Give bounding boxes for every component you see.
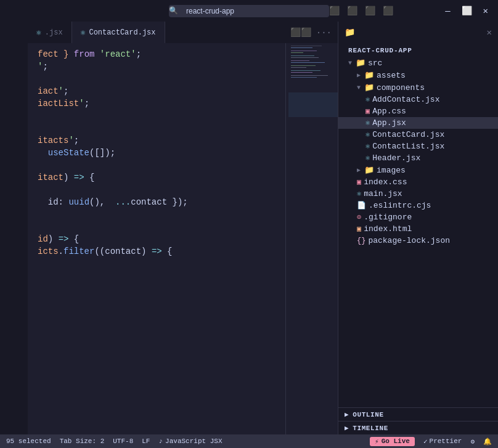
indexcss-icon: ▣ bbox=[357, 177, 361, 187]
tree-item-appjsx[interactable]: ⚛ App.jsx bbox=[338, 117, 498, 129]
tree-item-assets[interactable]: ▶ 📁 assets bbox=[338, 69, 498, 81]
tree-item-header[interactable]: ⚛ Header.jsx bbox=[338, 152, 498, 164]
tab-contactcard[interactable]: ⚛ ContactCard.jsx bbox=[72, 22, 165, 43]
tree-item-mainjsx[interactable]: ⚛ main.jsx bbox=[338, 188, 498, 200]
minimap-content bbox=[288, 43, 338, 117]
split-view-button[interactable]: ⬛⬛ bbox=[290, 27, 311, 38]
code-line-13: id: uuid(), ...contact }); bbox=[28, 196, 338, 208]
svg-rect-12 bbox=[291, 72, 312, 73]
svg-rect-13 bbox=[291, 75, 328, 76]
timeline-section-header[interactable]: ▶ TIMELINE bbox=[338, 421, 498, 434]
appjsx-jsx-icon: ⚛ bbox=[365, 118, 370, 128]
contactcard-label: ContactCard.jsx bbox=[372, 130, 444, 139]
indexhtml-label: index.html bbox=[364, 224, 412, 234]
outline-section-header[interactable]: ▶ OUTLINE bbox=[338, 407, 498, 421]
components-chevron: ▼ bbox=[357, 84, 361, 91]
sidebar-title: REACT-CRUD-APP bbox=[338, 43, 498, 57]
svg-rect-7 bbox=[291, 60, 309, 61]
header-jsx-icon: ⚛ bbox=[365, 153, 370, 163]
svg-rect-2 bbox=[291, 47, 312, 48]
tree-item-eslint[interactable]: 📄 .eslintrc.cjs bbox=[338, 200, 498, 211]
activity-bar bbox=[0, 22, 28, 434]
indexcss-label: index.css bbox=[364, 177, 407, 187]
go-live-icon: ⚡ bbox=[375, 438, 379, 446]
language-icon: ♪ bbox=[158, 438, 163, 445]
svg-rect-4 bbox=[291, 52, 303, 53]
assets-folder-icon: 📁 bbox=[364, 70, 374, 80]
tree-item-contactlist[interactable]: ⚛ ContactList.jsx bbox=[338, 141, 498, 152]
code-line-17: icts.filter((contact) => { bbox=[28, 245, 338, 258]
header-label: Header.jsx bbox=[372, 153, 420, 163]
sidebar-header: 📁 ✕ bbox=[338, 22, 498, 43]
more-actions-button[interactable]: ··· bbox=[316, 28, 332, 38]
contactcard-jsx-icon: ⚛ bbox=[365, 130, 370, 139]
eslint-icon: 📄 bbox=[357, 201, 366, 210]
svg-rect-8 bbox=[291, 62, 325, 63]
layout-icon-2[interactable]: ⬛ bbox=[347, 6, 357, 16]
restore-button[interactable]: ⬜ bbox=[457, 3, 477, 18]
minimize-button[interactable]: — bbox=[440, 4, 455, 18]
tree-item-packagelock[interactable]: {} package-lock.json bbox=[338, 235, 498, 246]
svg-rect-1 bbox=[291, 46, 322, 46]
images-chevron: ▶ bbox=[357, 166, 361, 174]
tab-contactcard-icon: ⚛ bbox=[81, 28, 86, 38]
assets-label: assets bbox=[377, 71, 406, 80]
code-line-empty-4 bbox=[28, 159, 338, 171]
components-folder-icon: 📁 bbox=[364, 83, 374, 92]
outline-chevron: ▶ bbox=[345, 410, 349, 418]
scroll-divider bbox=[285, 43, 286, 434]
title-bar: 🔍 ⬛ ⬛ ⬛ ⬛ — ⬜ ✕ bbox=[0, 0, 498, 22]
tree-item-gitignore[interactable]: ⊙ .gitignore bbox=[338, 211, 498, 223]
tree-item-addcontact[interactable]: ⚛ AddContact.jsx bbox=[338, 94, 498, 105]
status-selected: 95 selected bbox=[6, 438, 51, 445]
svg-rect-10 bbox=[291, 67, 306, 68]
mainjsx-jsx-icon: ⚛ bbox=[357, 189, 361, 198]
appcss-label: App.css bbox=[372, 107, 406, 116]
tree-item-components[interactable]: ▼ 📁 components bbox=[338, 81, 498, 94]
tree-item-appcss[interactable]: ▣ App.css bbox=[338, 105, 498, 117]
tree-item-src[interactable]: ▼ 📁 src bbox=[338, 57, 498, 69]
status-right: ⚡ Go Live ✓ Prettier ⚙ 🔔 bbox=[370, 437, 492, 446]
settings-button[interactable]: ⚙ bbox=[470, 437, 475, 446]
code-line-11: itact) => { bbox=[28, 171, 338, 184]
src-label: src bbox=[368, 59, 382, 68]
images-label: images bbox=[377, 166, 406, 175]
prettier-button[interactable]: ✓ Prettier bbox=[423, 437, 462, 446]
go-live-text: Go Live bbox=[382, 438, 410, 445]
tree-item-contactcard[interactable]: ⚛ ContactCard.jsx bbox=[338, 129, 498, 141]
addcontact-jsx-icon: ⚛ bbox=[365, 95, 370, 104]
code-editor[interactable]: fect } from 'react'; '; iact'; iactList'… bbox=[28, 43, 338, 434]
go-live-button[interactable]: ⚡ Go Live bbox=[370, 437, 415, 446]
language-text: JavaScript JSX bbox=[165, 438, 222, 445]
bell-icon: 🔔 bbox=[483, 438, 492, 446]
bell-button[interactable]: 🔔 bbox=[483, 437, 492, 446]
minimap bbox=[288, 43, 338, 117]
status-line-ending[interactable]: LF bbox=[142, 438, 150, 445]
tree-item-indexcss[interactable]: ▣ index.css bbox=[338, 176, 498, 188]
svg-rect-3 bbox=[291, 51, 317, 51]
tree-item-indexhtml[interactable]: ▣ index.html bbox=[338, 223, 498, 235]
contactlist-label: ContactList.jsx bbox=[372, 142, 444, 151]
sidebar: 📁 ✕ REACT-CRUD-APP ▼ 📁 src ▶ 📁 assets ▼ … bbox=[338, 22, 498, 434]
gitignore-icon: ⊙ bbox=[357, 213, 361, 222]
layout-icon-3[interactable]: ⬛ bbox=[365, 6, 375, 16]
encoding-text: UTF-8 bbox=[113, 438, 133, 445]
status-language[interactable]: ♪ JavaScript JSX bbox=[158, 438, 222, 445]
line-ending-text: LF bbox=[142, 438, 150, 445]
src-folder-icon: 📁 bbox=[356, 58, 365, 68]
outline-label: OUTLINE bbox=[353, 411, 383, 418]
status-encoding[interactable]: UTF-8 bbox=[113, 438, 133, 445]
tab-jsx[interactable]: ⚛ .jsx bbox=[28, 22, 72, 43]
layout-icon-4[interactable]: ⬛ bbox=[383, 6, 393, 16]
split-editor-icon[interactable]: ⬛ bbox=[329, 6, 340, 16]
status-tabsize[interactable]: Tab Size: 2 bbox=[60, 438, 105, 445]
code-line-empty-7 bbox=[28, 221, 338, 233]
appcss-icon: ▣ bbox=[365, 107, 370, 116]
packagelock-icon: {} bbox=[357, 237, 365, 245]
prettier-text: Prettier bbox=[430, 438, 462, 445]
sidebar-close-button[interactable]: ✕ bbox=[487, 27, 492, 38]
search-input[interactable] bbox=[169, 5, 329, 17]
timeline-chevron: ▶ bbox=[345, 424, 349, 432]
close-button[interactable]: ✕ bbox=[478, 3, 493, 18]
tree-item-images[interactable]: ▶ 📁 images bbox=[338, 164, 498, 176]
